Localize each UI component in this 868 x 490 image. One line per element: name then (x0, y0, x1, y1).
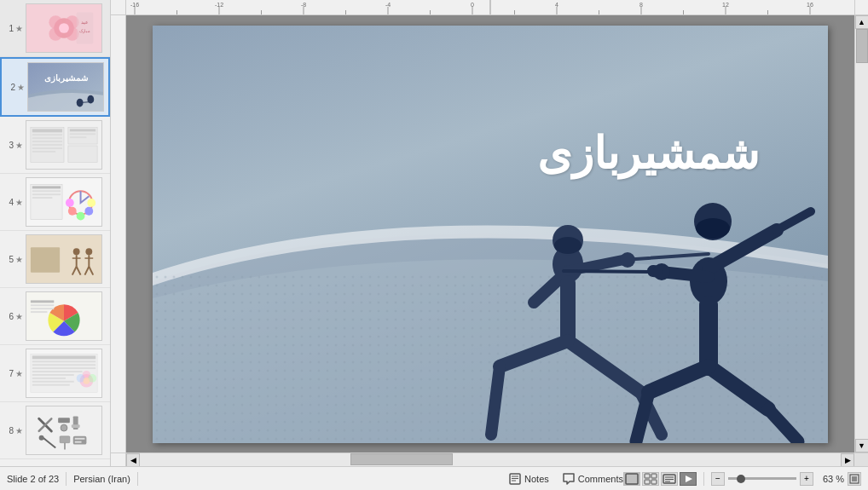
svg-text:8: 8 (639, 2, 643, 8)
h-scroll-thumb[interactable] (350, 453, 453, 465)
h-scroll-track[interactable] (140, 453, 841, 466)
slide-item-1[interactable]: 1 ★ عید مبارک (0, 0, 110, 57)
svg-rect-72 (32, 381, 74, 383)
svg-rect-87 (75, 441, 82, 443)
content-area: 1 ★ عید مبارک (0, 0, 868, 466)
svg-rect-61 (32, 360, 95, 362)
slideshow-btn[interactable] (680, 472, 697, 486)
slideshow-icon (681, 473, 695, 485)
svg-rect-56 (31, 308, 54, 309)
slide-item-2[interactable]: 2 ★ شمشیربازی (0, 57, 110, 117)
scroll-down-btn[interactable]: ▼ (855, 439, 869, 453)
h-scrollbar[interactable]: ◀ ▶ (126, 453, 854, 466)
slide-item-5[interactable]: 5 ★ (0, 231, 110, 288)
notes-btn[interactable]: Notes (509, 473, 549, 485)
slide-number-4: 4 (3, 198, 14, 207)
slide-star-3: ★ (15, 141, 24, 150)
slide-item-4[interactable]: 4 ★ (0, 174, 110, 231)
slide-sorter-btn[interactable] (642, 472, 659, 486)
svg-rect-152 (645, 480, 650, 484)
slide-panel[interactable]: 1 ★ عید مبارک (0, 0, 111, 466)
svg-rect-32 (32, 190, 61, 192)
svg-rect-23 (32, 151, 55, 153)
svg-rect-70 (32, 374, 74, 376)
v-scrollbar[interactable]: ▲ ▼ (854, 15, 868, 453)
main-editing-area: -16-12-8-40481216 (111, 0, 868, 466)
divider-1 (66, 472, 67, 486)
scroll-thumb-v[interactable] (856, 29, 868, 63)
svg-rect-161 (852, 476, 857, 481)
status-left: Slide 2 of 23 Persian (Iran) (7, 472, 509, 486)
svg-text:16: 16 (807, 2, 813, 8)
svg-line-142 (768, 409, 798, 441)
slide-item-3[interactable]: 3 ★ (0, 117, 110, 174)
svg-point-6 (59, 23, 69, 33)
zoom-slider[interactable] (728, 477, 796, 480)
svg-rect-25 (68, 146, 97, 163)
svg-rect-150 (645, 474, 650, 478)
slide-star-6: ★ (15, 312, 24, 321)
normal-view-icon (625, 473, 639, 485)
svg-rect-57 (31, 311, 48, 313)
comments-btn[interactable]: Comments (563, 473, 623, 485)
status-right: − + 63 % (623, 472, 861, 486)
svg-rect-18 (32, 134, 62, 135)
normal-view-btn[interactable] (623, 472, 640, 486)
slide-sorter-icon (644, 473, 657, 485)
slide-star-1: ★ (15, 24, 24, 33)
svg-text:12: 12 (722, 2, 729, 8)
slide-number-7: 7 (3, 369, 14, 378)
slide-canvas-container[interactable]: شمشیربازی (126, 15, 854, 453)
svg-line-125 (623, 254, 709, 260)
svg-line-131 (491, 366, 500, 435)
slide-number-1: 1 (3, 24, 14, 33)
slide-thumb-8 (26, 406, 102, 455)
svg-rect-42 (31, 247, 60, 272)
svg-rect-19 (32, 137, 62, 139)
fit-page-btn[interactable] (848, 472, 861, 486)
svg-rect-22 (32, 147, 62, 149)
svg-point-82 (39, 435, 44, 441)
svg-point-126 (620, 252, 635, 268)
zoom-out-btn[interactable]: − (711, 472, 725, 486)
zoom-in-btn[interactable]: + (800, 472, 813, 486)
svg-point-133 (696, 218, 730, 239)
svg-point-69 (83, 378, 90, 384)
svg-rect-26 (70, 129, 95, 131)
svg-rect-27 (70, 133, 95, 135)
svg-text:-8: -8 (301, 2, 306, 8)
svg-point-40 (66, 199, 74, 207)
slide-number-6: 6 (3, 312, 14, 321)
scroll-right-btn[interactable]: ▶ (841, 453, 854, 466)
reading-view-btn[interactable] (661, 472, 678, 486)
scroll-left-btn[interactable]: ◀ (126, 453, 140, 466)
svg-rect-153 (651, 480, 657, 484)
svg-point-48 (85, 248, 92, 255)
slide-thumb-6 (26, 291, 102, 341)
svg-point-43 (73, 248, 80, 255)
svg-rect-85 (73, 436, 87, 445)
slide-canvas[interactable]: شمشیربازی (153, 26, 828, 443)
slide-view-area: شمشیربازی ▲ ▼ (111, 15, 868, 453)
svg-rect-30 (31, 184, 62, 219)
svg-rect-62 (32, 364, 95, 366)
slide-item-8[interactable]: 8 ★ (0, 402, 110, 459)
comments-label: Comments (578, 474, 623, 484)
svg-text:-12: -12 (215, 2, 223, 8)
svg-rect-54 (31, 300, 54, 303)
slide-number-8: 8 (3, 426, 14, 435)
slide-title[interactable]: شمشیربازی (537, 128, 760, 179)
scroll-up-btn[interactable]: ▲ (855, 15, 869, 29)
slide-item-6[interactable]: 6 ★ (0, 288, 110, 345)
slide-item-7[interactable]: 7 ★ (0, 345, 110, 402)
slide-thumb-3 (26, 120, 102, 170)
svg-line-139 (564, 271, 662, 272)
scroll-track-v[interactable] (855, 29, 868, 439)
status-bar: Slide 2 of 23 Persian (Iran) Notes Comme… (0, 466, 868, 490)
h-ruler-svg: -16-12-8-40481216 (126, 0, 854, 15)
slide-thumb-7 (26, 349, 102, 398)
svg-text:4: 4 (555, 2, 558, 8)
svg-rect-151 (651, 474, 657, 478)
reading-view-icon (663, 473, 676, 485)
notes-icon (509, 473, 521, 485)
